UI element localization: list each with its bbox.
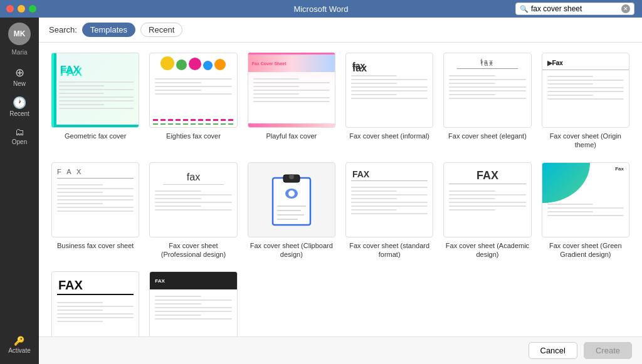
template-fax-green-gradient[interactable]: Fax Fax cover sheet (Green Gradient desi…: [542, 162, 629, 259]
template-fax-professional[interactable]: fax Fax cover sheet (Professional design…: [149, 162, 237, 259]
search-icon: 🔍: [520, 5, 529, 13]
template-thumb-academic: FAX: [443, 162, 531, 237]
activate-icon: 🔑: [14, 336, 24, 345]
template-search-input[interactable]: [531, 4, 619, 13]
tab-templates[interactable]: Templates: [82, 23, 135, 37]
open-icon: 🗂: [15, 127, 24, 137]
template-thumb-standard: FAX: [345, 162, 433, 237]
template-eighties-fax-cover[interactable]: Eighties fax cover: [149, 53, 237, 150]
activate-label: Activate: [8, 347, 31, 354]
cancel-button[interactable]: Cancel: [529, 342, 577, 359]
app-title: Microsoft Word: [293, 4, 348, 14]
traffic-lights: [6, 5, 36, 13]
sidebar: MK Maria ⊕ New 🕐 Recent 🗂 Open 🔑 Activat…: [0, 18, 39, 364]
sidebar-new-label: New: [13, 80, 26, 87]
sidebar-item-open[interactable]: 🗂 Open: [0, 123, 39, 149]
user-name: Maria: [11, 49, 27, 56]
sidebar-open-label: Open: [12, 138, 27, 145]
sidebar-item-new[interactable]: ⊕ New: [0, 63, 39, 91]
sidebar-bottom: 🔑 Activate: [8, 333, 31, 364]
sidebar-recent-label: Recent: [9, 110, 29, 117]
tab-recent[interactable]: Recent: [140, 23, 182, 37]
template-thumb-professional: fax: [149, 162, 237, 237]
title-bar: Microsoft Word 🔍 ✕: [0, 0, 642, 18]
template-thumb-elegant: fax: [443, 53, 531, 128]
template-geometric-fax-cover[interactable]: FAX Geometric fax cover: [51, 53, 139, 150]
svg-point-2: [289, 174, 294, 179]
template-row-1: FAX Geometric fax cover: [51, 53, 629, 150]
search-bar: 🔍 ✕: [515, 3, 634, 15]
template-name-playful: Playful fax cover: [266, 132, 317, 140]
template-playful-fax-cover[interactable]: Fax Cover Sheet Playful fax cover: [248, 53, 335, 150]
template-fax-academic[interactable]: FAX Fax cover sheet (Academic design): [443, 162, 531, 259]
template-name-standard: Fax cover sheet (standard format): [345, 241, 433, 259]
avatar: MK: [8, 23, 31, 45]
template-name-informal: Fax cover sheet (informal): [349, 132, 429, 140]
search-label: Search:: [49, 25, 77, 34]
close-button[interactable]: [6, 5, 14, 13]
template-thumb-equity: FAX: [51, 271, 139, 336]
template-thumb-green-gradient: Fax: [542, 162, 629, 237]
template-name-elegant: Fax cover sheet (elegant): [448, 132, 527, 140]
template-thumb-origin: ▶Fax: [542, 53, 629, 128]
template-fax-elegant[interactable]: fax Fax cover sheet (elegant): [443, 53, 531, 150]
main-container: MK Maria ⊕ New 🕐 Recent 🗂 Open 🔑 Activat…: [0, 18, 642, 364]
template-name-green-gradient: Fax cover sheet (Green Gradient design): [542, 241, 629, 259]
template-fax-origin[interactable]: ▶Fax Fax cover sheet (Origin theme): [542, 53, 629, 150]
sidebar-item-recent[interactable]: 🕐 Recent: [0, 93, 39, 121]
minimize-button[interactable]: [18, 5, 25, 13]
template-thumb-geometric: FAX: [51, 53, 139, 128]
content-area: Search: Templates Recent FAX: [39, 18, 642, 364]
create-button[interactable]: Create: [584, 342, 632, 359]
sidebar-item-activate[interactable]: 🔑 Activate: [8, 333, 31, 358]
footer-bar: Cancel Create: [39, 336, 642, 364]
svg-rect-0: [273, 178, 310, 225]
template-name-origin: Fax cover sheet (Origin theme): [542, 132, 629, 150]
svg-point-4: [288, 190, 295, 197]
new-icon: ⊕: [15, 67, 24, 78]
template-thumb-median: FAX: [149, 271, 237, 336]
search-clear-button[interactable]: ✕: [621, 4, 630, 13]
template-fax-informal[interactable]: fax Fax cover sheet (informal): [345, 53, 433, 150]
search-tabs-bar: Search: Templates Recent: [39, 18, 642, 43]
template-row-2: F A X Business fax cover sheet: [51, 162, 629, 259]
template-name-clipboard: Fax cover sheet (Clipboard design): [248, 241, 335, 259]
template-name-eighties: Eighties fax cover: [166, 132, 221, 140]
template-name-academic: Fax cover sheet (Academic design): [443, 241, 531, 259]
template-business-fax[interactable]: F A X Business fax cover sheet: [51, 162, 139, 259]
template-thumb-playful: Fax Cover Sheet: [248, 53, 335, 128]
template-thumb-eighties: [149, 53, 237, 128]
templates-grid: FAX Geometric fax cover: [39, 43, 642, 336]
template-thumb-informal: fax: [345, 53, 433, 128]
recent-icon: 🕐: [13, 97, 26, 108]
template-fax-clipboard[interactable]: Fax cover sheet (Clipboard design): [248, 162, 335, 259]
template-fax-equity[interactable]: FAX Fax (Equity theme): [51, 271, 139, 336]
template-fax-standard[interactable]: FAX Fax cover sheet (standard format): [345, 162, 433, 259]
template-name-geometric: Geometric fax cover: [65, 132, 126, 140]
template-row-3: FAX Fax (Equity theme): [51, 271, 629, 336]
template-name-professional: Fax cover sheet (Professional design): [149, 241, 237, 259]
maximize-button[interactable]: [29, 5, 36, 13]
template-name-business: Business fax cover sheet: [57, 241, 134, 250]
clipboard-svg: [270, 172, 313, 228]
template-thumb-clipboard: [248, 162, 335, 237]
template-fax-median[interactable]: FAX Fax (Median theme): [149, 271, 237, 336]
template-thumb-business: F A X: [51, 162, 139, 237]
